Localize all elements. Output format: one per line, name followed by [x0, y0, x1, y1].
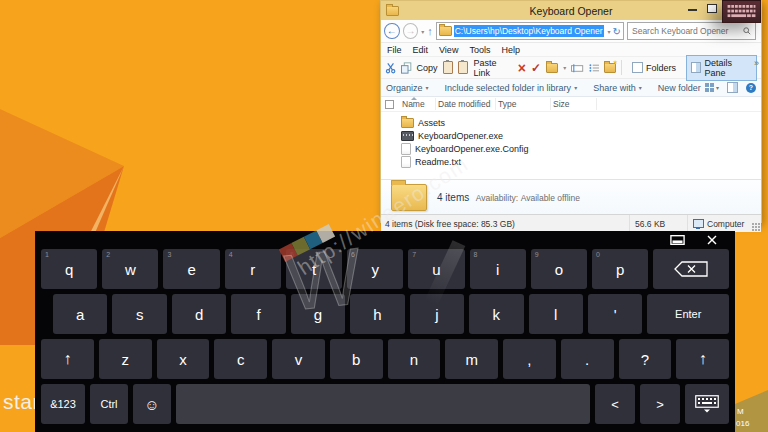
column-header-type[interactable]: Type: [496, 98, 551, 110]
keyboard-row: 1q2w3e4r5t6y7u8i9o0p: [41, 249, 729, 289]
key-g[interactable]: g: [291, 294, 345, 334]
minimize-button[interactable]: [688, 6, 697, 11]
key-l[interactable]: l: [529, 294, 583, 334]
key-item[interactable]: .: [561, 339, 614, 379]
key-r[interactable]: 4r: [225, 249, 281, 289]
cut-icon[interactable]: [385, 62, 396, 74]
copy-icon[interactable]: [401, 62, 411, 74]
backspace-key[interactable]: [653, 249, 729, 289]
address-text[interactable]: C:\Users\hp\Desktop\Keyboard Opener: [454, 25, 604, 37]
command-organize[interactable]: Organize▾: [386, 83, 429, 93]
key-s[interactable]: s: [112, 294, 166, 334]
touch-keyboard-tray-button[interactable]: [722, 0, 761, 23]
file-row[interactable]: KeyboardOpener.exe: [381, 129, 761, 142]
key-e[interactable]: 3e: [163, 249, 219, 289]
key-v[interactable]: v: [272, 339, 325, 379]
key-k[interactable]: k: [469, 294, 523, 334]
command-share-with[interactable]: Share with▾: [593, 83, 642, 93]
change-view-button[interactable]: ▾: [705, 83, 719, 92]
paste-link-button[interactable]: Paste Link: [473, 58, 512, 78]
resize-grip[interactable]: [752, 223, 760, 231]
key-f[interactable]: f: [231, 294, 285, 334]
sym-key[interactable]: &123: [41, 384, 85, 424]
key-h[interactable]: h: [350, 294, 404, 334]
key-y[interactable]: 6y: [347, 249, 403, 289]
key-c[interactable]: c: [214, 339, 267, 379]
key-item[interactable]: ?: [619, 339, 672, 379]
rename-icon[interactable]: [571, 63, 583, 73]
up-button[interactable]: ↑: [427, 25, 433, 37]
nav-key[interactable]: <: [595, 384, 635, 424]
details-pane-button[interactable]: Details Pane: [686, 55, 757, 81]
help-icon[interactable]: ?: [746, 83, 756, 93]
toolbar-overflow-chevron[interactable]: »: [754, 58, 759, 68]
key-i[interactable]: 8i: [470, 249, 526, 289]
key-n[interactable]: n: [388, 339, 441, 379]
key-a[interactable]: a: [53, 294, 107, 334]
shift-key[interactable]: ↑: [41, 339, 94, 379]
move-to-folder-icon[interactable]: [546, 63, 558, 73]
menu-item-edit[interactable]: Edit: [413, 45, 429, 55]
check-icon[interactable]: ✓: [531, 62, 541, 74]
shift-key[interactable]: ↑: [676, 339, 729, 379]
key-item[interactable]: ': [588, 294, 642, 334]
chevron-down-icon: ▾: [426, 84, 429, 91]
nav-key[interactable]: >: [640, 384, 680, 424]
ctrl-key[interactable]: Ctrl: [90, 384, 128, 424]
title-bar[interactable]: Keyboard Opener: [381, 1, 761, 20]
column-header-date-modified[interactable]: Date modified: [436, 98, 496, 110]
key-b[interactable]: b: [330, 339, 383, 379]
search-box[interactable]: [627, 22, 756, 40]
maximize-button[interactable]: [707, 4, 717, 13]
enter-key[interactable]: Enter: [647, 294, 729, 334]
key-p[interactable]: 0p: [592, 249, 648, 289]
folders-button[interactable]: Folders: [627, 59, 681, 76]
command-include-selected-folder-in-library[interactable]: Include selected folder in library▾: [445, 83, 578, 93]
key-d[interactable]: d: [172, 294, 226, 334]
key-t[interactable]: 5t: [286, 249, 342, 289]
delete-icon[interactable]: ×: [518, 61, 526, 75]
key-u[interactable]: 7u: [408, 249, 464, 289]
address-bar[interactable]: C:\Users\hp\Desktop\Keyboard Opener ▾ ↻: [436, 22, 624, 40]
address-dropdown-icon[interactable]: ▾: [608, 28, 611, 35]
file-row[interactable]: Assets: [381, 116, 761, 129]
key-number-hint: 6: [351, 251, 355, 258]
select-all-checkbox[interactable]: [385, 100, 394, 109]
key-m[interactable]: m: [445, 339, 498, 379]
preview-pane-icon[interactable]: [727, 82, 738, 93]
menu-item-file[interactable]: File: [387, 45, 402, 55]
history-dropdown-icon[interactable]: ▾: [421, 28, 424, 35]
search-input[interactable]: [632, 26, 743, 36]
space-key[interactable]: [176, 384, 590, 424]
key-x[interactable]: x: [157, 339, 210, 379]
refresh-icon[interactable]: ↻: [613, 26, 621, 37]
key-o[interactable]: 9o: [531, 249, 587, 289]
new-folder-icon[interactable]: [604, 63, 616, 73]
column-header-row: NameDate modifiedTypeSize: [381, 97, 761, 112]
key-w[interactable]: 2w: [102, 249, 158, 289]
folder-icon: [401, 118, 414, 128]
copy-button[interactable]: Copy: [417, 63, 438, 73]
key-q[interactable]: 1q: [41, 249, 97, 289]
chevron-down-icon[interactable]: ▾: [563, 64, 566, 71]
layout-key[interactable]: [685, 384, 729, 424]
dock-icon[interactable]: [670, 235, 685, 245]
menu-item-help[interactable]: Help: [501, 45, 520, 55]
paste-icon[interactable]: [443, 61, 453, 74]
file-row[interactable]: KeyboardOpener.exe.Config: [381, 142, 761, 155]
menu-item-tools[interactable]: Tools: [469, 45, 490, 55]
key-j[interactable]: j: [410, 294, 464, 334]
properties-icon[interactable]: [589, 63, 599, 73]
close-icon[interactable]: [707, 235, 717, 245]
menu-item-view[interactable]: View: [439, 45, 458, 55]
column-header-name[interactable]: Name: [400, 98, 436, 110]
forward-button[interactable]: →: [403, 23, 419, 39]
key-item[interactable]: ,: [503, 339, 556, 379]
emoji-key[interactable]: ☺: [133, 384, 171, 424]
paste-shortcut-icon[interactable]: [458, 61, 468, 74]
command-new-folder[interactable]: New folder: [658, 83, 701, 93]
key-z[interactable]: z: [99, 339, 152, 379]
file-row[interactable]: Readme.txt: [381, 155, 761, 168]
column-header-size[interactable]: Size: [551, 98, 597, 110]
back-button[interactable]: ←: [384, 23, 400, 39]
